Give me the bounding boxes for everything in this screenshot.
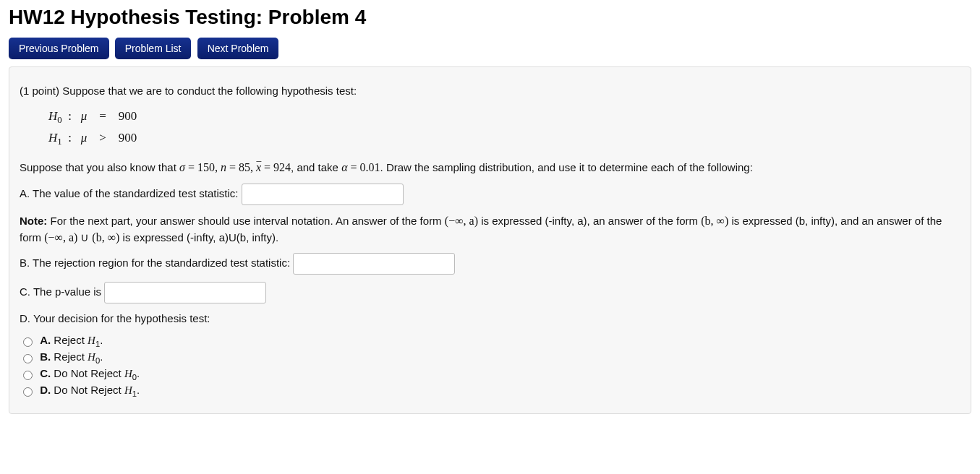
h1-value: 900 (119, 131, 137, 145)
option-b-letter: B. (40, 350, 51, 363)
mu-symbol: μ (81, 109, 88, 123)
note-paragraph: Note: For the next part, your answer sho… (20, 212, 960, 246)
part-b-row: B. The rejection region for the standard… (20, 253, 960, 275)
option-a-text: Reject (51, 334, 88, 346)
note-t2: is expressed (-infty, a), an answer of t… (478, 215, 701, 227)
known-values-line: Suppose that you also know that σ = 150,… (20, 159, 960, 176)
option-d-letter: D. (40, 384, 51, 396)
option-c-radio[interactable] (23, 371, 33, 380)
h0-value: 900 (119, 109, 137, 123)
option-b-dot: . (100, 350, 103, 363)
null-hypothesis: H0 : μ = 900 (48, 106, 960, 128)
option-c-letter: C. (40, 367, 51, 379)
h1-subscript: 1 (57, 137, 61, 147)
part-a-label: A. The value of the standardized test st… (20, 186, 238, 199)
option-c-dot: . (137, 367, 140, 379)
intro-text: (1 point) Suppose that we are to conduct… (20, 83, 960, 99)
known-suffix: . Draw the sampling distribution, and us… (380, 161, 753, 173)
rejection-region-input[interactable] (293, 253, 455, 275)
alpha-symbol: α (341, 161, 347, 173)
option-b-text: Reject (51, 350, 88, 363)
alt-hypothesis: H1 : μ > 900 (48, 128, 960, 150)
note-label: Note: (20, 215, 47, 227)
note-t4: is expressed (-infty, a)U(b, infty). (119, 231, 278, 244)
p-value-input[interactable] (104, 282, 266, 303)
n-value: 85 (239, 161, 250, 173)
sigma-value: 150 (197, 161, 215, 173)
option-a-letter: A. (40, 334, 51, 346)
part-a-row: A. The value of the standardized test st… (20, 184, 960, 205)
option-c-sym: H (124, 368, 132, 379)
xbar-value: 924 (273, 161, 291, 173)
problem-list-button[interactable]: Problem List (115, 38, 192, 59)
h1-relation: > (99, 131, 106, 145)
option-d-text: Do Not Reject (51, 384, 124, 396)
decision-options: A. Reject H1. B. Reject H0. C. Do Not Re… (20, 334, 960, 398)
option-d-row: D. Do Not Reject H1. (20, 384, 960, 398)
part-c-row: C. The p-value is (20, 282, 960, 303)
option-a-radio[interactable] (23, 337, 33, 347)
nav-bar: Previous Problem Problem List Next Probl… (9, 38, 971, 59)
option-a-row: A. Reject H1. (20, 334, 960, 348)
part-d-label: D. Your decision for the hypothesis test… (20, 311, 960, 327)
problem-body: (1 point) Suppose that we are to conduct… (9, 66, 971, 414)
xbar-symbol: x (256, 159, 261, 176)
option-c-row: C. Do Not Reject H0. (20, 367, 960, 382)
h0-symbol: H (48, 109, 57, 123)
h0-relation: = (99, 109, 106, 123)
note-t1: For the next part, your answer should us… (47, 215, 444, 227)
part-b-label: B. The rejection region for the standard… (20, 257, 290, 269)
option-c-text: Do Not Reject (51, 367, 124, 379)
alpha-value: 0.01 (360, 161, 380, 173)
option-b-radio[interactable] (23, 354, 33, 363)
hypotheses-block: H0 : μ = 900 H1 : μ > 900 (48, 106, 960, 150)
note-interval-1: (−∞, a) (445, 215, 478, 227)
previous-problem-button[interactable]: Previous Problem (9, 38, 109, 59)
option-b-row: B. Reject H0. (20, 350, 960, 365)
option-d-sym: H (124, 384, 132, 396)
option-a-dot: . (100, 334, 103, 346)
note-interval-3: (−∞, a) ∪ (b, ∞) (44, 231, 119, 244)
option-b-sym: H (88, 351, 95, 363)
next-problem-button[interactable]: Next Problem (197, 38, 279, 59)
option-d-dot: . (137, 384, 140, 396)
n-symbol: n (221, 161, 226, 173)
mu-symbol-2: μ (81, 131, 88, 145)
known-prefix: Suppose that you also know that (20, 161, 179, 173)
h1-symbol: H (48, 131, 57, 145)
sigma-symbol: σ (179, 161, 185, 173)
part-c-label: C. The p-value is (20, 285, 101, 298)
page-title: HW12 Hypothesis Testing: Problem 4 (9, 6, 971, 29)
option-d-radio[interactable] (23, 387, 33, 397)
h0-subscript: 0 (57, 115, 61, 125)
note-interval-2: (b, ∞) (701, 215, 728, 227)
option-a-sym: H (88, 335, 95, 346)
test-statistic-input[interactable] (242, 184, 404, 205)
